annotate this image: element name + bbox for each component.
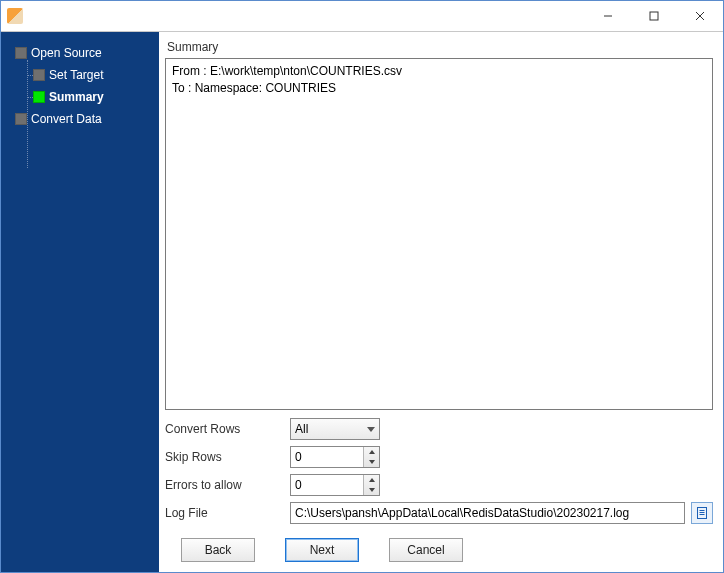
step-indicator-icon [33,69,45,81]
section-title: Summary [165,38,713,58]
content-pane: Summary From : E:\work\temp\nton\COUNTRI… [159,32,723,572]
caret-down-icon [369,488,375,492]
maximize-button[interactable] [631,1,677,31]
maximize-icon [649,11,659,21]
step-indicator-icon [15,47,27,59]
next-button[interactable]: Next [285,538,359,562]
browse-log-button[interactable] [691,502,713,524]
step-indicator-icon [15,113,27,125]
skip-rows-input[interactable] [291,447,363,467]
titlebar [1,1,723,31]
wizard-buttons: Back Next Cancel [165,524,713,562]
sidebar-item-label: Convert Data [31,112,102,126]
spin-down-button[interactable] [364,485,379,495]
sidebar-item-label: Summary [49,90,104,104]
summary-textarea[interactable]: From : E:\work\temp\nton\COUNTRIES.csv T… [165,58,713,410]
convert-rows-value: All [295,422,308,436]
close-icon [695,11,705,21]
log-file-input[interactable] [290,502,685,524]
spin-up-button[interactable] [364,475,379,485]
sidebar-item-convert-data[interactable]: Convert Data [1,108,159,130]
spinner-buttons [363,447,379,467]
step-indicator-icon [33,91,45,103]
skip-rows-stepper[interactable] [290,446,380,468]
wizard-sidebar: Open Source Set Target Summary Convert D… [1,32,159,572]
errors-input[interactable] [291,475,363,495]
spinner-buttons [363,475,379,495]
window-controls [585,1,723,31]
convert-rows-select[interactable]: All [290,418,380,440]
log-file-label: Log File [165,506,290,520]
minimize-icon [603,11,613,21]
sidebar-item-label: Set Target [49,68,103,82]
sidebar-item-open-source[interactable]: Open Source [1,42,159,64]
errors-stepper[interactable] [290,474,380,496]
caret-up-icon [369,478,375,482]
back-button[interactable]: Back [181,538,255,562]
convert-rows-label: Convert Rows [165,422,290,436]
sidebar-item-label: Open Source [31,46,102,60]
minimize-button[interactable] [585,1,631,31]
errors-label: Errors to allow [165,478,290,492]
sidebar-item-set-target[interactable]: Set Target [1,64,159,86]
sidebar-item-summary[interactable]: Summary [1,86,159,108]
caret-down-icon [369,460,375,464]
app-icon [7,8,23,24]
close-button[interactable] [677,1,723,31]
chevron-down-icon [367,427,375,432]
document-icon [696,507,708,519]
options-form: Convert Rows All Skip Rows [165,418,713,524]
skip-rows-label: Skip Rows [165,450,290,464]
caret-up-icon [369,450,375,454]
spin-down-button[interactable] [364,457,379,467]
summary-line: To : Namespace: COUNTRIES [172,80,706,97]
spin-up-button[interactable] [364,447,379,457]
wizard-window: Open Source Set Target Summary Convert D… [0,0,724,573]
svg-rect-1 [650,12,658,20]
summary-line: From : E:\work\temp\nton\COUNTRIES.csv [172,63,706,80]
body: Open Source Set Target Summary Convert D… [1,31,723,572]
cancel-button[interactable]: Cancel [389,538,463,562]
